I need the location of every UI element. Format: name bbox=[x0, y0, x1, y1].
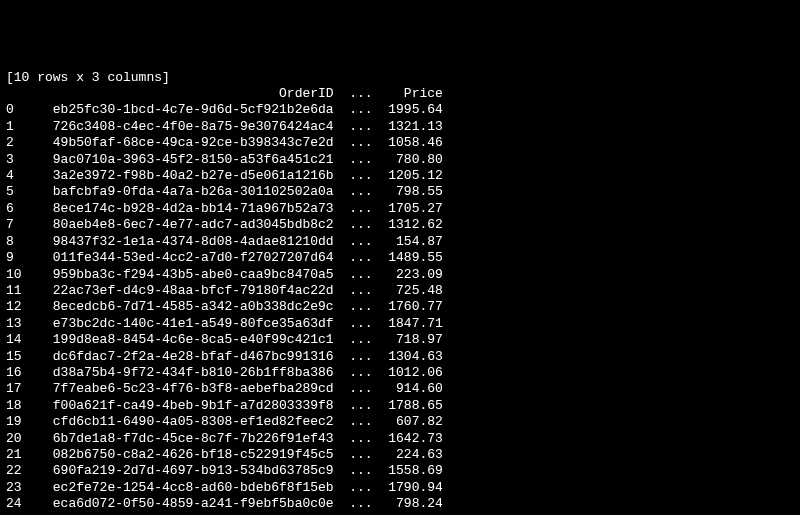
data-row: 12 8ecedcb6-7d71-4585-a342-a0b338dc2e9c … bbox=[6, 299, 794, 315]
data-row: 16 d38a75b4-9f72-434f-b810-26b1ff8ba386 … bbox=[6, 365, 794, 381]
summary-line: [10 rows x 3 columns] bbox=[6, 70, 794, 86]
data-row: 1 726c3408-c4ec-4f0e-8a75-9e3076424ac4 .… bbox=[6, 119, 794, 135]
data-row: 5 bafcbfa9-0fda-4a7a-b26a-301102502a0a .… bbox=[6, 184, 794, 200]
data-row: 8 98437f32-1e1a-4374-8d08-4adae81210dd .… bbox=[6, 234, 794, 250]
data-row: 10 959bba3c-f294-43b5-abe0-caa9bc8470a5 … bbox=[6, 267, 794, 283]
data-row: 15 dc6fdac7-2f2a-4e28-bfaf-d467bc991316 … bbox=[6, 349, 794, 365]
data-row: 20 6b7de1a8-f7dc-45ce-8c7f-7b226f91ef43 … bbox=[6, 431, 794, 447]
data-row: 22 690fa219-2d7d-4697-b913-534bd63785c9 … bbox=[6, 463, 794, 479]
data-row: 7 80aeb4e8-6ec7-4e77-adc7-ad3045bdb8c2 .… bbox=[6, 217, 794, 233]
terminal-output: [10 rows x 3 columns] OrderID ... Price0… bbox=[6, 70, 794, 515]
data-row: 9 011fe344-53ed-4cc2-a7d0-f27027207d64 .… bbox=[6, 250, 794, 266]
data-row: 4 3a2e3972-f98b-40a2-b27e-d5e061a1216b .… bbox=[6, 168, 794, 184]
data-row: 6 8ece174c-b928-4d2a-bb14-71a967b52a73 .… bbox=[6, 201, 794, 217]
data-row: 0 eb25fc30-1bcd-4c7e-9d6d-5cf921b2e6da .… bbox=[6, 102, 794, 118]
data-row: 21 082b6750-c8a2-4626-bf18-c522919f45c5 … bbox=[6, 447, 794, 463]
data-row: 18 f00a621f-ca49-4beb-9b1f-a7d2803339f8 … bbox=[6, 398, 794, 414]
data-row: 13 e73bc2dc-140c-41e1-a549-80fce35a63df … bbox=[6, 316, 794, 332]
data-row: 14 199d8ea8-8454-4c6e-8ca5-e40f99c421c1 … bbox=[6, 332, 794, 348]
data-row: 24 eca6d072-0f50-4859-a241-f9ebf5ba0c0e … bbox=[6, 496, 794, 512]
data-row: 11 22ac73ef-d4c9-48aa-bfcf-79180f4ac22d … bbox=[6, 283, 794, 299]
data-row: 23 ec2fe72e-1254-4cc8-ad60-bdeb6f8f15eb … bbox=[6, 480, 794, 496]
data-row: 17 7f7eabe6-5c23-4f76-b3f8-aebefba289cd … bbox=[6, 381, 794, 397]
header-line: OrderID ... Price bbox=[6, 86, 794, 102]
data-row: 2 49b50faf-68ce-49ca-92ce-b398343c7e2d .… bbox=[6, 135, 794, 151]
data-row: 3 9ac0710a-3963-45f2-8150-a53f6a451c21 .… bbox=[6, 152, 794, 168]
data-row: 19 cfd6cb11-6490-4a05-8308-ef1ed82feec2 … bbox=[6, 414, 794, 430]
